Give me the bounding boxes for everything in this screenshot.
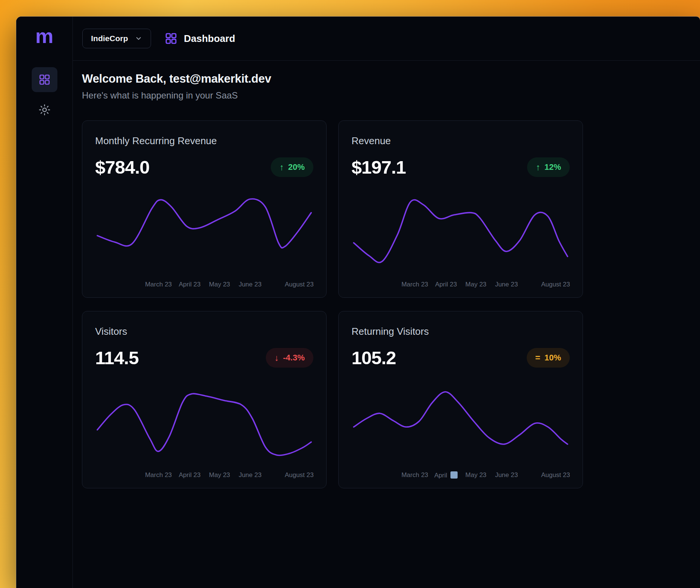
card-title: Visitors — [95, 326, 313, 337]
card-title: Monthly Recurring Revenue — [95, 135, 313, 147]
chevron-down-icon — [135, 35, 142, 42]
x-axis-label: May 23 — [209, 281, 230, 288]
line-chart — [95, 386, 313, 458]
metric-card: Returning Visitors 105.2 = 10% March 23A… — [338, 311, 583, 488]
x-axis-label: April 23 — [179, 471, 200, 479]
page-title: Dashboard — [184, 33, 235, 45]
gear-icon — [38, 103, 51, 116]
badge-label: 20% — [288, 162, 305, 172]
x-axis: March 23April 23May 23June 23August 23 — [95, 471, 313, 481]
badge: ↑ 20% — [271, 157, 313, 177]
metric-card: Revenue $197.1 ↑ 12% March 23April 23May… — [338, 120, 583, 298]
metric-card: Visitors 114.5 ↓ -4.3% March 23April 23M… — [82, 311, 327, 488]
line-chart — [95, 195, 313, 267]
topbar: IndieCorp Dashboard — [73, 17, 700, 61]
x-axis-label: August 23 — [285, 471, 314, 479]
content: Welcome Back, test@makerkit.dev Here's w… — [73, 61, 700, 588]
metric-value: $197.1 — [352, 157, 406, 178]
value-row: $197.1 ↑ 12% — [352, 157, 570, 178]
badge-trend-icon: ↑ — [279, 162, 284, 172]
x-axis-label: May 23 — [209, 471, 230, 479]
x-axis-label: June 23 — [495, 281, 518, 288]
sidebar-item-settings[interactable] — [32, 97, 57, 122]
welcome-title: Welcome Back, test@makerkit.dev — [82, 72, 691, 86]
card-title: Revenue — [352, 135, 570, 147]
dashboard-grid-icon — [165, 32, 177, 45]
badge-trend-icon: ↓ — [274, 353, 279, 363]
x-axis-label: March 23 — [145, 471, 172, 479]
chart-line — [354, 200, 567, 262]
card-title: Returning Visitors — [352, 326, 570, 337]
x-axis-label: April 23 — [179, 281, 200, 288]
value-row: 114.5 ↓ -4.3% — [95, 347, 313, 368]
badge-label: -4.3% — [283, 353, 305, 363]
badge-label: 12% — [544, 162, 561, 172]
x-axis-label: March 23 — [401, 281, 428, 288]
x-axis-label: August 23 — [541, 471, 570, 479]
x-axis-label: August 23 — [541, 281, 570, 288]
sidebar: m — [16, 17, 73, 588]
value-row: $784.0 ↑ 20% — [95, 157, 313, 178]
badge: = 10% — [527, 348, 570, 368]
x-axis-label: June 23 — [495, 471, 518, 479]
breadcrumb: Dashboard — [165, 32, 235, 45]
org-selector-label: IndieCorp — [91, 34, 128, 43]
badge: ↑ 12% — [527, 157, 570, 177]
x-axis-label: April — [434, 471, 458, 479]
x-axis-label: March 23 — [401, 471, 428, 479]
x-axis-label: May 23 — [466, 281, 487, 288]
badge-trend-icon: ↑ — [536, 162, 540, 172]
metric-value: $784.0 — [95, 157, 150, 178]
app-window: m IndieCorp — [16, 17, 700, 588]
badge: ↓ -4.3% — [266, 348, 313, 368]
x-axis: March 23April 23May 23June 23August 23 — [95, 281, 313, 291]
chart-line — [97, 199, 311, 248]
x-axis-label: March 23 — [145, 281, 172, 288]
metric-value: 105.2 — [352, 347, 396, 368]
metric-card: Monthly Recurring Revenue $784.0 ↑ 20% M… — [82, 120, 327, 298]
x-axis-label: June 23 — [239, 471, 262, 479]
org-selector-button[interactable]: IndieCorp — [82, 29, 151, 48]
x-axis: March 23AprilMay 23June 23August 23 — [352, 471, 570, 481]
value-row: 105.2 = 10% — [352, 347, 570, 368]
selection-marker — [450, 471, 458, 479]
chart-line — [97, 394, 311, 455]
x-axis-label: August 23 — [285, 281, 314, 288]
chart-line — [354, 392, 567, 444]
grid-icon — [39, 74, 51, 86]
main-area: IndieCorp Dashboard Welcome Back, test@m… — [73, 17, 700, 588]
line-chart — [352, 195, 570, 267]
x-axis: March 23April 23May 23June 23August 23 — [352, 281, 570, 291]
sidebar-item-dashboard[interactable] — [32, 67, 57, 92]
badge-label: 10% — [544, 353, 561, 363]
x-axis-label: June 23 — [239, 281, 262, 288]
metric-value: 114.5 — [95, 347, 139, 368]
desktop: { "app": { "logo": "m", "org": "IndieCor… — [0, 0, 700, 588]
x-axis-label: April 23 — [435, 281, 457, 288]
x-axis-label: May 23 — [466, 471, 487, 479]
metrics-grid: Monthly Recurring Revenue $784.0 ↑ 20% M… — [82, 120, 691, 488]
app-logo: m — [35, 26, 53, 46]
welcome-subtitle: Here's what is happening in your SaaS — [82, 90, 691, 101]
badge-trend-icon: = — [535, 353, 540, 363]
line-chart — [352, 386, 570, 458]
